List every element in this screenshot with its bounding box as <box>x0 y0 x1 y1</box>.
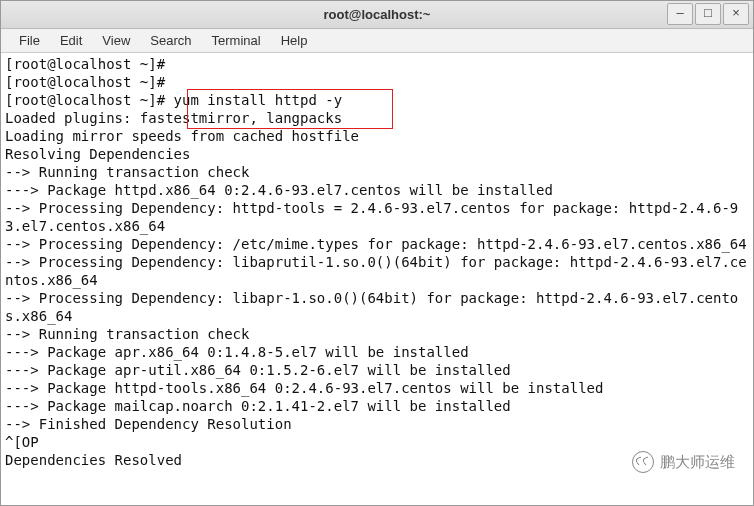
terminal-line: ^[OP <box>5 433 749 451</box>
menu-file[interactable]: File <box>9 30 50 51</box>
terminal-line: Loading mirror speeds from cached hostfi… <box>5 127 749 145</box>
menu-search[interactable]: Search <box>140 30 201 51</box>
window-title: root@localhost:~ <box>1 7 753 22</box>
terminal-line: --> Processing Dependency: /etc/mime.typ… <box>5 235 749 253</box>
terminal-line: Resolving Dependencies <box>5 145 749 163</box>
menu-view[interactable]: View <box>92 30 140 51</box>
menu-edit[interactable]: Edit <box>50 30 92 51</box>
terminal-line: ---> Package httpd-tools.x86_64 0:2.4.6-… <box>5 379 749 397</box>
watermark-text: 鹏大师运维 <box>660 453 735 472</box>
terminal-line: [root@localhost ~]# <box>5 73 749 91</box>
terminal-line: ---> Package mailcap.noarch 0:2.1.41-2.e… <box>5 397 749 415</box>
watermark: 鹏大师运维 <box>632 451 735 473</box>
terminal-line: --> Finished Dependency Resolution <box>5 415 749 433</box>
terminal-line: --> Running transaction check <box>5 163 749 181</box>
wechat-icon <box>632 451 654 473</box>
terminal-line: --> Processing Dependency: libapr-1.so.0… <box>5 289 749 325</box>
window-controls: – □ × <box>667 3 749 25</box>
terminal-line: [root@localhost ~]# <box>5 55 749 73</box>
titlebar: root@localhost:~ – □ × <box>1 1 753 29</box>
close-button[interactable]: × <box>723 3 749 25</box>
terminal-line: ---> Package apr.x86_64 0:1.4.8-5.el7 wi… <box>5 343 749 361</box>
menu-help[interactable]: Help <box>271 30 318 51</box>
terminal-line: ---> Package httpd.x86_64 0:2.4.6-93.el7… <box>5 181 749 199</box>
terminal-line: --> Processing Dependency: libaprutil-1.… <box>5 253 749 289</box>
minimize-button[interactable]: – <box>667 3 693 25</box>
maximize-button[interactable]: □ <box>695 3 721 25</box>
terminal-line: --> Processing Dependency: httpd-tools =… <box>5 199 749 235</box>
terminal-line: [root@localhost ~]# yum install httpd -y <box>5 91 749 109</box>
terminal-output[interactable]: [root@localhost ~]#[root@localhost ~]#[r… <box>1 53 753 471</box>
menu-terminal[interactable]: Terminal <box>202 30 271 51</box>
terminal-line: Loaded plugins: fastestmirror, langpacks <box>5 109 749 127</box>
terminal-line: ---> Package apr-util.x86_64 0:1.5.2-6.e… <box>5 361 749 379</box>
menubar: File Edit View Search Terminal Help <box>1 29 753 53</box>
terminal-line: --> Running transaction check <box>5 325 749 343</box>
